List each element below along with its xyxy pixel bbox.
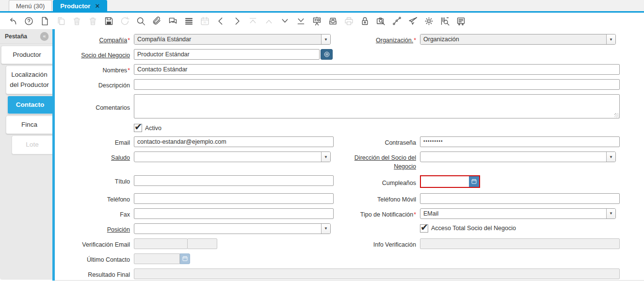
window-tab-menu-label: Menú (30) xyxy=(16,2,45,10)
compania-select[interactable]: Compañía Estándar ▼ xyxy=(134,34,331,45)
saludo-dropdown-icon[interactable]: ▼ xyxy=(321,152,330,162)
lock-icon xyxy=(360,16,370,26)
up-button xyxy=(261,14,277,28)
sidebar: Pestaña « ProductorLocalización del Prod… xyxy=(0,29,52,280)
print-icon xyxy=(344,16,354,26)
find-icon xyxy=(136,16,146,26)
contrasena-input[interactable]: ••••••••• xyxy=(420,136,620,147)
archive-button[interactable] xyxy=(325,14,341,28)
workflow-button[interactable] xyxy=(389,14,405,28)
close-tab-icon[interactable]: ✕ xyxy=(95,3,100,9)
sidebar-tab-productor[interactable]: Productor xyxy=(1,46,52,64)
product-info-button[interactable] xyxy=(437,14,453,28)
telefono-movil-input[interactable] xyxy=(420,193,620,204)
telefono-label: Teléfono xyxy=(107,196,130,203)
bp-info-button[interactable] xyxy=(321,49,333,60)
organizacion-label[interactable]: Organización. xyxy=(376,37,413,44)
socio-negocio-label[interactable]: Socio del Negocio xyxy=(81,52,130,59)
attachment-button[interactable] xyxy=(149,14,165,28)
collapse-sidebar-button[interactable]: « xyxy=(40,32,48,40)
lock-button[interactable] xyxy=(357,14,373,28)
zoom-across-button[interactable] xyxy=(373,14,389,28)
direccion-socio-value xyxy=(420,152,606,162)
preference-button[interactable] xyxy=(421,14,437,28)
window-tab-productor[interactable]: Productor ✕ xyxy=(53,0,107,11)
delete-selection-icon xyxy=(88,16,98,26)
cumpleanos-input[interactable] xyxy=(421,176,469,187)
posicion-select[interactable]: ▼ xyxy=(134,223,331,234)
posicion-dropdown-icon[interactable]: ▼ xyxy=(321,224,330,234)
email-input[interactable]: contacto-estandar@ejemplo.com xyxy=(134,136,334,147)
memo-icon xyxy=(456,16,466,26)
find-button[interactable] xyxy=(133,14,149,28)
activo-checkbox[interactable] xyxy=(134,124,142,132)
acceso-total-checkbox[interactable] xyxy=(420,224,428,233)
info-verificacion-input xyxy=(420,238,620,249)
previous-record-button[interactable] xyxy=(213,14,229,28)
next-record-button[interactable] xyxy=(229,14,245,28)
direccion-socio-select[interactable]: ▼ xyxy=(420,151,616,162)
ultimo-contacto-label: Último Contacto xyxy=(87,256,130,263)
titulo-input[interactable] xyxy=(134,175,334,186)
help-button[interactable] xyxy=(21,14,37,28)
workarea: Pestaña « ProductorLocalización del Prod… xyxy=(0,29,644,285)
compania-value: Compañía Estándar xyxy=(134,34,321,44)
previous-record-icon xyxy=(216,16,226,26)
comentarios-textarea[interactable] xyxy=(134,94,620,118)
nombres-required-marker: * xyxy=(128,67,130,74)
ultimo-contacto-input xyxy=(134,253,180,264)
chat-button[interactable] xyxy=(165,14,181,28)
grid-toggle-button[interactable] xyxy=(181,14,197,28)
saludo-select[interactable]: ▼ xyxy=(134,151,331,162)
sidebar-tab-contacto[interactable]: Contacto xyxy=(7,96,52,114)
detail-record-button[interactable] xyxy=(293,14,309,28)
row-compania-organizacion: Compañía* Compañía Estándar ▼ Organizaci… xyxy=(57,34,620,45)
calendar-icon xyxy=(182,255,188,262)
row-telefono-movil: Teléfono Teléfono Móvil xyxy=(57,193,620,204)
delete-record-icon xyxy=(72,16,82,26)
delete-selection-button xyxy=(85,14,101,28)
row-nombres: Nombres* Contacto Estándar xyxy=(57,64,620,75)
send-mail-button[interactable] xyxy=(405,14,421,28)
compania-label[interactable]: Compañía xyxy=(99,37,127,44)
sidebar-tab-localizacion-del-productor[interactable]: Localización del Productor xyxy=(6,66,52,94)
descripcion-input[interactable] xyxy=(134,79,620,90)
tipo-notificacion-dropdown-icon[interactable]: ▼ xyxy=(606,209,615,218)
window-tab-menu[interactable]: Menú (30) xyxy=(9,0,52,11)
sidebar-tab-finca[interactable]: Finca xyxy=(6,116,52,134)
tipo-notificacion-select[interactable]: EMail ▼ xyxy=(420,208,616,219)
refresh-icon xyxy=(120,16,130,26)
direccion-socio-dropdown-icon[interactable]: ▼ xyxy=(606,152,615,162)
fax-label: Fax xyxy=(120,211,130,218)
cumpleanos-calendar-button[interactable] xyxy=(469,176,479,187)
saludo-label[interactable]: Saludo xyxy=(111,154,130,161)
row-titulo-cumpleanos: Título Cumpleaños xyxy=(57,175,620,189)
calendar-icon xyxy=(471,178,477,184)
memo-button[interactable] xyxy=(453,14,469,28)
attachment-icon xyxy=(152,16,162,26)
undo-button[interactable] xyxy=(5,14,21,28)
sidebar-tab-lote: Lote xyxy=(12,135,52,154)
telefono-input[interactable] xyxy=(134,193,334,204)
organizacion-select[interactable]: Organización ▼ xyxy=(420,34,616,45)
row-email-contrasena: Email contacto-estandar@ejemplo.com Cont… xyxy=(57,136,620,147)
new-record-button[interactable] xyxy=(37,14,53,28)
svg-text:31: 31 xyxy=(203,21,206,24)
report-button[interactable] xyxy=(309,14,325,28)
socio-negocio-input[interactable]: Productor Estándar xyxy=(134,49,320,60)
organizacion-dropdown-icon[interactable]: ▼ xyxy=(606,34,615,44)
direccion-socio-label[interactable]: Dirección del Socio del Negocio xyxy=(354,154,416,170)
compania-dropdown-icon[interactable]: ▼ xyxy=(321,34,330,44)
nombres-input[interactable]: Contacto Estándar xyxy=(134,64,620,75)
save-button[interactable] xyxy=(101,14,117,28)
resultado-final-input xyxy=(134,268,620,279)
posicion-value xyxy=(134,224,321,234)
resize-handle[interactable] xyxy=(614,113,619,117)
email-label: Email xyxy=(115,139,130,146)
down-button[interactable] xyxy=(277,14,293,28)
posicion-label[interactable]: Posición xyxy=(107,226,130,233)
fax-input[interactable] xyxy=(134,208,334,219)
bp-info-icon xyxy=(323,51,330,58)
detail-record-icon xyxy=(296,16,306,26)
toolbar: 31 xyxy=(0,13,644,29)
